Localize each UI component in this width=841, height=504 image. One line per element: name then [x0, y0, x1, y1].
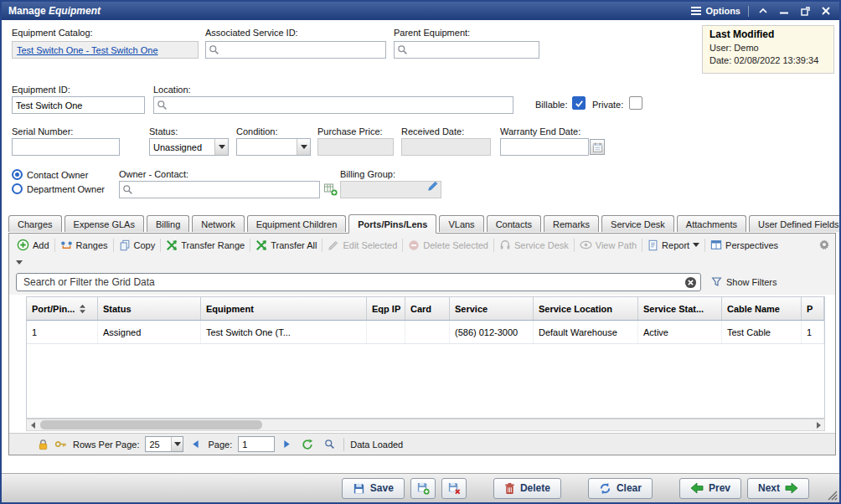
toolbar-settings-button[interactable] [818, 239, 830, 252]
toolbar-service-desk-button[interactable]: Service Desk [495, 238, 573, 253]
associated-service-id-input[interactable] [219, 42, 385, 58]
toolbar-separator [402, 239, 403, 252]
collapse-button[interactable] [756, 5, 770, 17]
column-header-p[interactable]: P [802, 297, 824, 320]
toolbar-add-button[interactable]: Add [13, 237, 54, 253]
tab-network[interactable]: Network [192, 215, 244, 232]
clear-button[interactable]: Clear [588, 478, 653, 499]
scroll-left-arrow[interactable] [27, 419, 39, 430]
tab-billing[interactable]: Billing [147, 215, 189, 232]
perspectives-icon [710, 239, 722, 250]
prev-page-button[interactable] [189, 440, 202, 449]
grid-find-button[interactable] [322, 439, 338, 450]
refresh-button[interactable] [299, 439, 316, 450]
tab-charges[interactable]: Charges [8, 215, 62, 232]
toolbar-transfer-range-button[interactable]: Transfer Range [162, 238, 249, 253]
popout-button[interactable] [798, 5, 812, 17]
parent-equipment-input[interactable] [408, 42, 539, 58]
column-header-eqp-ip[interactable]: Eqp IP [367, 297, 405, 320]
owner-contact-field [119, 181, 320, 198]
toolbar-delete-selected-button[interactable]: Delete Selected [404, 238, 493, 253]
tab-expense-glas[interactable]: Expense GLAs [64, 215, 144, 232]
key-button[interactable] [54, 439, 67, 450]
save-and-new-button[interactable] [410, 478, 436, 499]
tab-attachments[interactable]: Attachments [677, 215, 746, 232]
column-header-status[interactable]: Status [98, 297, 201, 320]
location-input[interactable] [168, 97, 513, 113]
scroll-right-arrow[interactable] [813, 419, 824, 430]
column-header-port-pin[interactable]: Port/Pin... [27, 297, 98, 320]
toolbar-copy-button[interactable]: Copy [115, 238, 160, 253]
search-icon [397, 44, 408, 55]
grid-search-input[interactable] [16, 273, 701, 291]
table-row[interactable]: 1 Assigned Test Switch One (T... (586) 0… [27, 321, 824, 344]
condition-select[interactable] [236, 138, 311, 156]
chevron-down-icon [297, 139, 310, 155]
clear-search-icon[interactable] [684, 276, 697, 289]
sort-icon[interactable] [79, 304, 86, 314]
tab-service-desk[interactable]: Service Desk [601, 215, 674, 232]
edit-billing-group-button[interactable] [427, 180, 439, 192]
calendar-icon [592, 142, 603, 152]
prev-button[interactable]: Prev [679, 478, 741, 499]
close-button[interactable] [819, 5, 833, 17]
horizontal-scrollbar[interactable] [26, 419, 825, 431]
page-input[interactable] [238, 436, 275, 452]
search-icon [209, 44, 219, 55]
toolbar-view-path-button[interactable]: View Path [575, 239, 641, 252]
tab-ports-pins-lens[interactable]: Ports/Pins/Lens [348, 214, 436, 234]
parent-equipment-field [394, 41, 539, 59]
next-page-button[interactable] [281, 440, 293, 449]
delete-button[interactable]: Delete [493, 478, 561, 499]
toolbar-ranges-button[interactable]: Ranges [56, 238, 112, 252]
private-checkbox[interactable] [629, 96, 642, 110]
toolbar-transfer-all-button[interactable]: Transfer All [251, 238, 321, 253]
calendar-button[interactable] [590, 139, 605, 155]
options-button[interactable]: Options [691, 6, 740, 16]
next-button[interactable]: Next [747, 478, 809, 499]
last-modified-title: Last Modified [709, 28, 827, 40]
billable-checkbox[interactable] [572, 96, 586, 110]
add-owner-contact-button[interactable] [323, 183, 338, 196]
owner-contact-input[interactable] [133, 182, 319, 198]
lock-button[interactable] [38, 439, 49, 450]
scrollbar-thumb[interactable] [40, 420, 262, 429]
contact-owner-radio[interactable] [12, 169, 23, 180]
transfer-icon [166, 239, 178, 251]
tab-vlans[interactable]: VLans [439, 215, 483, 232]
toolbar-overflow-button[interactable] [16, 260, 23, 265]
popout-icon [801, 7, 810, 16]
column-header-cable-name[interactable]: Cable Name [722, 297, 802, 320]
billing-group-input [340, 181, 441, 198]
column-header-equipment[interactable]: Equipment [201, 297, 367, 320]
toolbar-report-button[interactable]: Report [643, 238, 704, 253]
tab-remarks[interactable]: Remarks [544, 215, 599, 232]
save-and-close-button[interactable] [441, 478, 467, 499]
manage-equipment-window: Manage Equipment Options Equipment Catal… [0, 0, 841, 504]
column-header-card[interactable]: Card [405, 297, 450, 320]
warranty-end-date-input[interactable] [500, 138, 589, 156]
minimize-button[interactable] [777, 5, 791, 17]
title-bar: Manage Equipment Options [2, 2, 839, 20]
toolbar-separator [322, 239, 322, 252]
rows-per-page-select[interactable]: 25 [145, 436, 183, 452]
serial-number-input[interactable] [12, 138, 120, 156]
status-select[interactable]: Unassigned [149, 138, 229, 156]
grid-section: Port/Pin... Status Equipment Eqp IP Card… [9, 295, 835, 433]
resize-grip[interactable] [828, 491, 838, 501]
column-header-service-status[interactable]: Service Stat... [638, 297, 722, 320]
toolbar-edit-selected-button[interactable]: Edit Selected [323, 238, 401, 253]
department-owner-radio[interactable] [12, 183, 23, 194]
column-header-service[interactable]: Service [450, 297, 534, 320]
rows-per-page-label: Rows Per Page: [73, 440, 139, 450]
save-button[interactable]: Save [342, 478, 405, 499]
show-filters-button[interactable]: Show Filters [711, 276, 777, 287]
tab-contacts[interactable]: Contacts [487, 215, 541, 232]
chevron-down-icon [693, 243, 699, 247]
tab-user-defined-fields[interactable]: User Defined Fields [749, 215, 841, 232]
column-header-service-location[interactable]: Service Location [534, 297, 638, 320]
equipment-catalog-link[interactable]: Test Switch One - Test Switch One [17, 45, 158, 55]
toolbar-perspectives-button[interactable]: Perspectives [706, 238, 782, 252]
tab-equipment-children[interactable]: Equipment Children [247, 215, 347, 232]
equipment-id-input[interactable] [12, 96, 145, 114]
